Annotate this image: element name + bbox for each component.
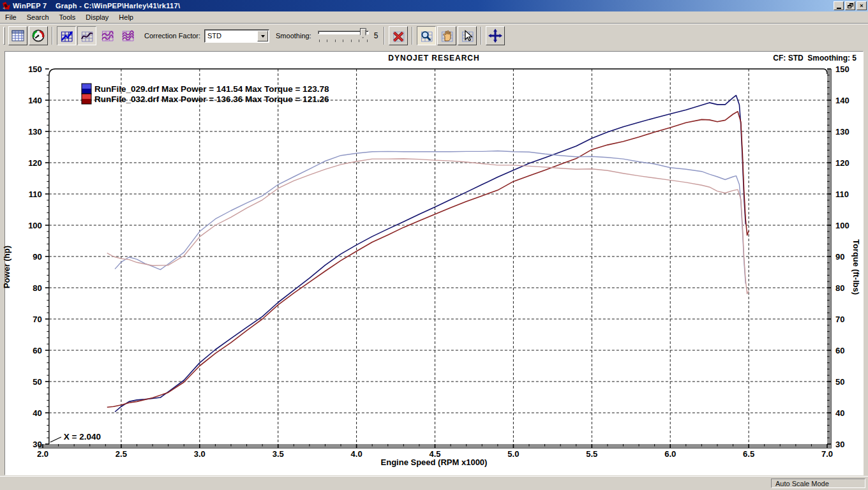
graph-arrow-icon bbox=[59, 28, 74, 43]
graph-type-overlay-button[interactable] bbox=[118, 26, 137, 45]
y-axis-tick-label-right: 140 bbox=[835, 96, 849, 105]
scale-mode-text: Auto Scale Mode bbox=[775, 480, 829, 487]
menu-file[interactable]: File bbox=[0, 12, 22, 22]
x-axis-tick-label: 4.5 bbox=[429, 449, 440, 459]
y-axis-bar-right bbox=[827, 69, 831, 448]
y-axis-tick-label-right: 120 bbox=[835, 158, 849, 168]
y-axis-tick-label-right: 130 bbox=[835, 127, 849, 137]
pan-tool-button[interactable] bbox=[437, 26, 456, 45]
dyno-chart[interactable]: 2.02.53.03.54.04.55.05.56.06.57.0 bbox=[5, 52, 864, 461]
y-axis-tick-label-right: 60 bbox=[835, 346, 844, 355]
y-axis-tick-label-left: 100 bbox=[28, 221, 42, 230]
menu-tools[interactable]: Tools bbox=[54, 12, 81, 22]
y-axis-tick-label-left: 140 bbox=[28, 96, 42, 105]
legend-label: RunFile_029.drf Max Power = 141.54 Max T… bbox=[94, 84, 329, 94]
toolbar: Correction Factor: STD Smoothing: 5 bbox=[0, 23, 868, 48]
y-axis-tick-label-left: 50 bbox=[33, 377, 41, 387]
chevron-down-icon bbox=[261, 35, 265, 40]
x-axis-tick-label: 6.5 bbox=[743, 449, 754, 459]
close-icon: × bbox=[860, 3, 863, 9]
minimize-icon bbox=[837, 4, 841, 9]
delete-graph-icon bbox=[391, 28, 406, 43]
menu-bar: File Search Tools Display Help bbox=[0, 11, 868, 23]
gauges-button[interactable] bbox=[29, 26, 48, 45]
combo-dropdown-button[interactable] bbox=[257, 31, 268, 41]
cursor-arrow-icon bbox=[460, 28, 475, 43]
toolbar-separator bbox=[481, 27, 482, 45]
smoothing-label: Smoothing: bbox=[276, 32, 311, 40]
y-axis-tick-label-left: 60 bbox=[33, 346, 41, 355]
toolbar-separator bbox=[384, 27, 385, 45]
legend-item: RunFile_029.drf Max Power = 141.54 Max T… bbox=[82, 84, 329, 94]
series-curve bbox=[115, 96, 745, 412]
title-gap bbox=[47, 2, 55, 10]
graph-type-power-button[interactable] bbox=[57, 26, 76, 45]
slider-ticks bbox=[319, 40, 368, 42]
y-axis-tick-label-right: 30 bbox=[835, 440, 844, 449]
y-axis-tick-label-left: 130 bbox=[28, 127, 42, 137]
y-axis-tick-label-right: 70 bbox=[835, 315, 844, 324]
title-bar[interactable]: WinPEP 7 Graph - C:\WinPEP\Harley\41\rk1… bbox=[0, 0, 868, 11]
move-axes-button[interactable] bbox=[486, 26, 505, 45]
x-axis-tick-label: 2.0 bbox=[37, 449, 49, 459]
x-axis-tick-label: 5.0 bbox=[507, 449, 519, 459]
x-axis-tick-label: 7.0 bbox=[821, 449, 833, 459]
y-axis-tick-label-right: 100 bbox=[835, 221, 849, 230]
gauge-icon bbox=[31, 28, 46, 43]
delete-graph-button[interactable] bbox=[389, 26, 408, 45]
graph-type-multi-button[interactable] bbox=[98, 26, 117, 45]
runs-table-button[interactable] bbox=[8, 26, 27, 45]
x-axis-tick-label: 3.5 bbox=[273, 449, 284, 459]
y-axis-tick-label-left: 110 bbox=[29, 189, 42, 199]
status-bar: Auto Scale Mode bbox=[0, 476, 868, 490]
menu-help[interactable]: Help bbox=[114, 12, 138, 22]
x-axis-tick-label: 3.0 bbox=[194, 449, 206, 459]
x-axis-tick-label: 6.0 bbox=[664, 449, 676, 459]
y-axis-tick-label-left: 90 bbox=[33, 252, 41, 262]
zoom-tool-button[interactable] bbox=[417, 26, 436, 45]
y-axis-tick-label-right: 50 bbox=[835, 377, 844, 387]
smoothing-slider[interactable] bbox=[318, 27, 369, 44]
y-axis-tick-label-right: 80 bbox=[835, 283, 844, 293]
graph-curve-icon bbox=[79, 28, 94, 43]
y-axis-tick-label-left: 150 bbox=[28, 64, 42, 74]
cursor-x-annotation: X = 2.040 bbox=[64, 432, 101, 442]
x-axis-tick-label: 4.0 bbox=[351, 449, 363, 459]
hand-icon bbox=[439, 28, 454, 43]
y-axis-tick-label-right: 40 bbox=[835, 408, 844, 418]
chart-panel: DYNOJET RESEARCH CF: STD Smoothing: 5 Po… bbox=[4, 51, 864, 475]
y-axis-tick-label-right: 90 bbox=[835, 252, 844, 262]
y-axis-tick-label-left: 70 bbox=[33, 315, 41, 324]
series-curve bbox=[107, 112, 749, 407]
x-axis-tick-label: 5.5 bbox=[586, 449, 597, 459]
restore-icon bbox=[848, 3, 853, 8]
slider-thumb[interactable] bbox=[360, 28, 366, 38]
legend-item: RunFile_032.drf Max Power = 136.36 Max T… bbox=[82, 94, 329, 104]
select-tool-button[interactable] bbox=[458, 26, 477, 45]
correction-factor-select[interactable]: STD bbox=[204, 29, 269, 43]
window-title-app: WinPEP 7 bbox=[13, 2, 47, 10]
winpep-window: { "window": { "app_name": "WinPEP 7", "d… bbox=[0, 0, 868, 490]
toolbar-grip[interactable] bbox=[3, 27, 5, 45]
legend-label: RunFile_032.drf Max Power = 136.36 Max T… bbox=[94, 94, 329, 104]
close-button[interactable]: × bbox=[857, 1, 867, 10]
window-title-doc: Graph - C:\WinPEP\Harley\41\rk117\ bbox=[56, 2, 180, 10]
table-icon bbox=[10, 28, 26, 43]
y-axis-tick-label-left: 120 bbox=[28, 158, 42, 168]
graph-type-curve-button[interactable] bbox=[77, 26, 96, 45]
series-curve bbox=[107, 159, 749, 293]
y-axis-tick-label-left: 40 bbox=[33, 408, 41, 418]
x-axis-tick-label: 2.5 bbox=[116, 449, 127, 459]
restore-button[interactable] bbox=[845, 1, 855, 10]
y-axis-tick-label-left: 80 bbox=[33, 283, 41, 293]
minimize-button[interactable] bbox=[834, 1, 844, 10]
correction-factor-label: Correction Factor: bbox=[144, 32, 200, 40]
y-axis-tick-label-right: 110 bbox=[835, 189, 849, 199]
menu-search[interactable]: Search bbox=[22, 12, 54, 22]
zoom-icon bbox=[419, 28, 434, 43]
move-cross-icon bbox=[488, 28, 503, 43]
series-curve bbox=[115, 151, 745, 284]
correction-factor-value: STD bbox=[205, 32, 257, 40]
menu-display[interactable]: Display bbox=[80, 12, 114, 22]
app-icon bbox=[2, 1, 11, 10]
